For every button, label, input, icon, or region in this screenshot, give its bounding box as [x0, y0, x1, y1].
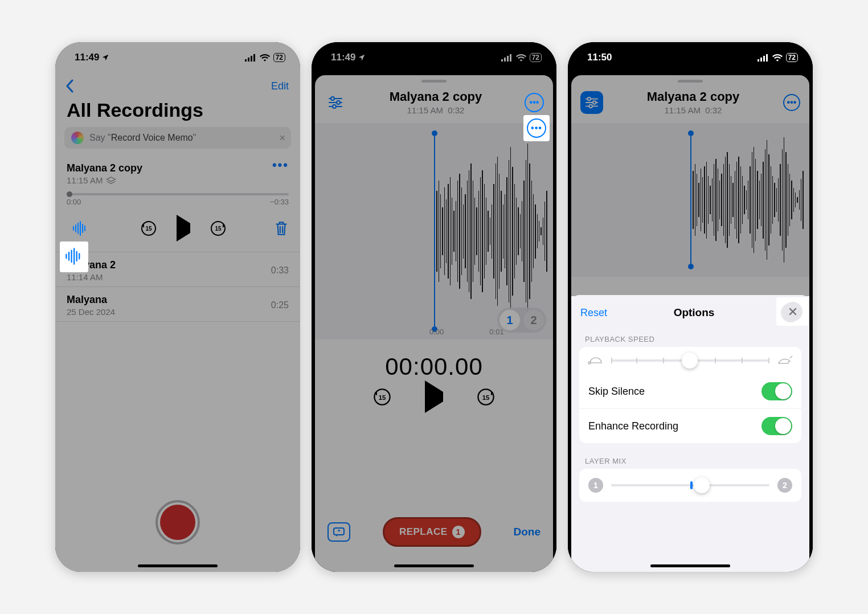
options-sheet: Reset Options Playback Speed [571, 295, 809, 572]
layer-mix-card: 1 2 [579, 469, 801, 502]
replace-button[interactable]: REPLACE 1 [383, 517, 481, 547]
phone-1: 11:49 72 Edit All Recordings Say "Record… [55, 42, 300, 572]
cell-signal-icon [245, 54, 256, 62]
more-menu-button[interactable]: ••• [783, 94, 800, 111]
playhead[interactable] [690, 133, 691, 267]
bottom-action-row: ❝ REPLACE 1 Done [315, 517, 553, 547]
status-time: 11:49 [75, 52, 109, 63]
playhead[interactable] [434, 133, 435, 329]
waveform-edit-button-highlighted[interactable] [64, 247, 83, 265]
speed-slider[interactable] [611, 359, 768, 362]
skip-silence-toggle[interactable] [761, 382, 792, 400]
close-options-button-highlighted[interactable] [783, 302, 803, 321]
status-right: 72 [758, 53, 798, 62]
more-menu-button-highlighted[interactable]: ••• [527, 118, 546, 138]
options-sliders-button[interactable] [580, 91, 603, 114]
svg-rect-1 [248, 58, 249, 62]
list-item[interactable]: Malyana 25 Dec 2024 0:25 [55, 287, 300, 322]
screen-2: 11:49 72 Malyana 2 copy 11:15 AM 0:32 [312, 42, 556, 572]
cell-signal-icon [501, 54, 513, 62]
mix-badge-right: 2 [777, 478, 792, 493]
forward-15-button[interactable]: 15 [210, 220, 227, 237]
svg-point-41 [588, 97, 591, 100]
play-button[interactable] [177, 223, 190, 234]
sheet-duration: 0:32 [448, 105, 464, 115]
svg-rect-23 [510, 54, 511, 62]
back-button[interactable] [61, 79, 78, 93]
svg-point-27 [337, 101, 340, 104]
recording-subtitle: 11:14 AM [67, 272, 116, 282]
rewind-15-button[interactable]: 15 [372, 387, 392, 407]
edit-sheet: Malyana 2 copy 11:15 AM 0:32 ••• 0:00 0:… [315, 75, 553, 572]
layer-pill-1[interactable]: 1 [499, 310, 520, 330]
waveform-view[interactable]: 0:00 0:01 1 2 [315, 123, 553, 339]
svg-text:15: 15 [379, 394, 386, 401]
hare-icon [775, 355, 793, 366]
done-button[interactable]: Done [513, 526, 541, 538]
enhance-recording-row: Enhance Recording [579, 409, 801, 443]
skip-silence-label: Skip Silence [588, 386, 645, 398]
svg-point-29 [333, 105, 336, 108]
scrubber-knob[interactable] [67, 191, 72, 197]
options-sliders-button[interactable] [324, 91, 347, 114]
time-text: 11:49 [75, 52, 99, 63]
sheet-grabber[interactable] [421, 80, 447, 83]
time-text: 11:50 [587, 52, 612, 63]
waveform-edit-button[interactable] [67, 214, 93, 243]
sheet-duration: 0:32 [705, 105, 722, 115]
home-indicator[interactable] [138, 564, 218, 567]
sheet-title: Malyana 2 copy [390, 89, 482, 104]
cell-signal-icon [758, 54, 769, 62]
siri-icon [71, 132, 84, 144]
recording-selected[interactable]: Malyana 2 copy 11:15 AM ••• 0:00 −0:33 [55, 155, 300, 252]
layer-selector[interactable]: 1 2 [497, 308, 546, 333]
phone-2: 11:49 72 Malyana 2 copy 11:15 AM 0:32 [312, 42, 556, 572]
more-button[interactable]: ••• [272, 162, 289, 168]
scrubber[interactable] [67, 193, 289, 195]
page-title: All Recordings [55, 99, 300, 127]
siri-command: Record Voice Memo [111, 133, 193, 142]
playback-controls: 15 15 [315, 387, 553, 407]
waveform-view[interactable] [571, 123, 809, 277]
svg-rect-22 [507, 56, 509, 62]
sheet-grabber[interactable] [678, 80, 703, 83]
layers-icon [106, 177, 116, 185]
list-item[interactable]: Malyana 2 11:14 AM 0:33 [55, 252, 300, 287]
svg-text:15: 15 [482, 394, 490, 401]
siri-suffix: " [193, 133, 196, 142]
more-menu-button[interactable]: ••• [525, 93, 544, 112]
record-button[interactable] [155, 500, 200, 545]
svg-point-25 [331, 97, 334, 100]
play-button[interactable] [425, 392, 443, 402]
battery-icon: 72 [273, 53, 285, 62]
home-indicator[interactable] [394, 564, 474, 567]
play-icon [177, 215, 190, 241]
status-time: 11:49 [331, 52, 366, 63]
skip-silence-row: Skip Silence [579, 374, 801, 409]
svg-point-46 [588, 362, 591, 364]
layer-pill-2[interactable]: 2 [523, 310, 544, 330]
speed-thumb[interactable] [682, 353, 698, 369]
reset-button[interactable]: Reset [580, 307, 607, 319]
playback-speed-card: Skip Silence Enhance Recording [579, 347, 801, 443]
home-indicator[interactable] [650, 564, 730, 567]
recording-title: Malyana [67, 294, 115, 306]
edit-button[interactable]: Edit [271, 80, 289, 92]
location-icon [358, 54, 366, 62]
mix-thumb[interactable] [694, 477, 710, 493]
status-right: 72 [501, 53, 542, 62]
layer-mix-slider[interactable] [611, 484, 769, 486]
rewind-15-button[interactable]: 15 [140, 220, 157, 237]
siri-close-button[interactable]: × [279, 132, 285, 144]
options-title: Options [674, 306, 715, 319]
delete-button[interactable] [274, 220, 289, 237]
sheet-time: 11:15 AM [407, 105, 443, 115]
siri-suggestion[interactable]: Say "Record Voice Memo" × [64, 127, 291, 149]
transcript-button[interactable]: ❝ [327, 522, 350, 542]
mix-badge-left: 1 [588, 478, 603, 493]
svg-point-43 [593, 101, 596, 104]
sheet-subtitle: 11:15 AM 0:32 [647, 105, 740, 115]
waveform-time-labels: 0:00 0:01 [429, 328, 504, 336]
forward-15-button[interactable]: 15 [476, 387, 496, 407]
enhance-recording-toggle[interactable] [761, 417, 792, 435]
